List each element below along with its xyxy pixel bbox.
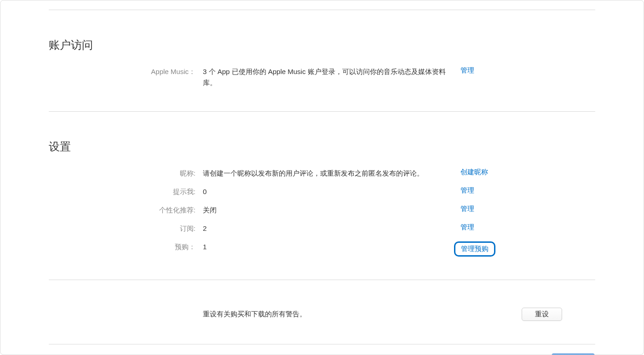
reset-text: 重设有关购买和下载的所有警告。: [203, 310, 522, 319]
settings-title: 设置: [49, 139, 595, 154]
reset-button[interactable]: 重设: [522, 308, 562, 321]
settings-section: 设置 昵称: 请创建一个昵称以发布新的用户评论，或重新发布之前匿名发布的评论。 …: [49, 112, 595, 257]
remind-me-row: 提示我: 0 管理: [49, 186, 595, 200]
apple-music-label: Apple Music：: [49, 66, 203, 77]
preorder-manage-link[interactable]: 管理预购: [461, 245, 489, 252]
personalized-label: 个性化推荐:: [49, 205, 203, 216]
nickname-label: 昵称:: [49, 168, 203, 179]
account-access-title: 账户访问: [49, 38, 595, 52]
preorder-label: 预购：: [49, 241, 203, 252]
apple-music-desc: 3 个 App 已使用你的 Apple Music 账户登录，可以访问你的音乐动…: [203, 66, 460, 88]
create-nickname-link[interactable]: 创建昵称: [460, 168, 488, 176]
account-access-section: 账户访问 Apple Music： 3 个 App 已使用你的 Apple Mu…: [49, 10, 595, 88]
remind-me-label: 提示我:: [49, 186, 203, 197]
subscription-value: 2: [203, 223, 460, 234]
done-row: 完成: [49, 344, 595, 355]
preorder-row: 预购： 1 管理预购: [49, 241, 595, 257]
subscription-label: 订阅:: [49, 223, 203, 234]
preorder-highlight: 管理预购: [454, 241, 495, 257]
personalized-manage-link[interactable]: 管理: [460, 205, 474, 212]
personalized-value: 关闭: [203, 205, 460, 216]
subscription-manage-link[interactable]: 管理: [460, 223, 474, 231]
subscription-row: 订阅: 2 管理: [49, 223, 595, 237]
preorder-value: 1: [203, 241, 460, 252]
nickname-desc: 请创建一个昵称以发布新的用户评论，或重新发布之前匿名发布的评论。: [203, 168, 460, 179]
apple-music-row: Apple Music： 3 个 App 已使用你的 Apple Music 账…: [49, 66, 595, 88]
nickname-row: 昵称: 请创建一个昵称以发布新的用户评论，或重新发布之前匿名发布的评论。 创建昵…: [49, 168, 595, 182]
remind-me-value: 0: [203, 186, 460, 197]
remind-me-manage-link[interactable]: 管理: [460, 186, 474, 194]
apple-music-manage-link[interactable]: 管理: [460, 66, 474, 74]
reset-row: 重设有关购买和下载的所有警告。 重设: [49, 280, 595, 344]
personalized-row: 个性化推荐: 关闭 管理: [49, 205, 595, 218]
